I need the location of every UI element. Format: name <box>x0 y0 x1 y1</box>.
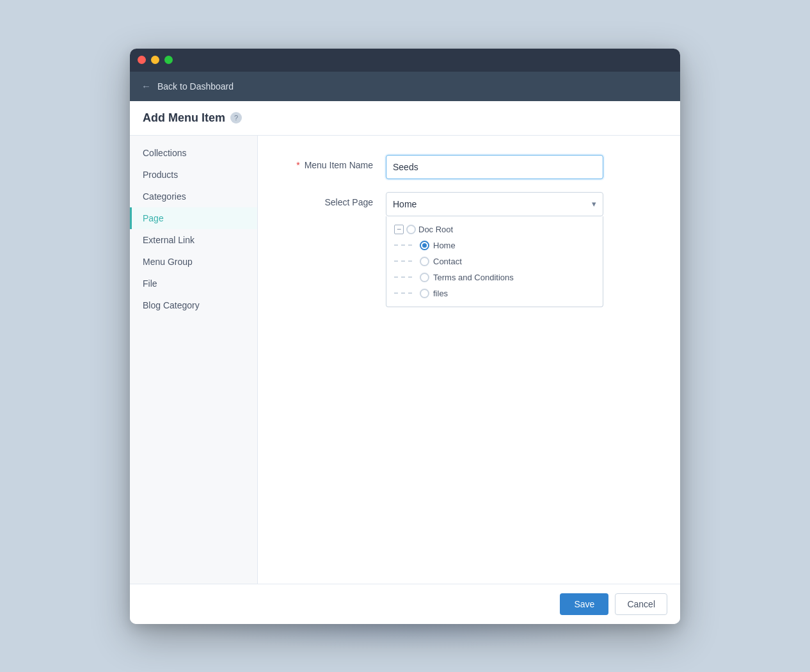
minimize-button[interactable] <box>151 56 159 64</box>
tree-root-item: Doc Root <box>386 221 603 237</box>
titlebar <box>130 49 680 72</box>
back-arrow-icon: ← <box>141 81 151 92</box>
tree-home-label: Home <box>433 241 456 250</box>
save-button[interactable]: Save <box>560 593 608 615</box>
content-area: Collections Products Categories Page Ext… <box>130 136 680 584</box>
sidebar-item-collections[interactable]: Collections <box>130 142 257 164</box>
footer: Save Cancel <box>130 584 680 624</box>
tree-root-radio[interactable] <box>406 225 416 234</box>
tree-files-radio[interactable] <box>420 289 429 298</box>
tree-home-radio[interactable] <box>420 241 429 250</box>
tree-terms-label: Terms and Conditions <box>433 273 514 282</box>
sidebar-item-page[interactable]: Page <box>130 207 257 229</box>
menu-item-name-input[interactable] <box>386 155 603 179</box>
page-header: Add Menu Item ? <box>130 101 680 136</box>
sidebar-item-products[interactable]: Products <box>130 164 257 186</box>
menu-item-name-label: * Menu Item Name <box>283 155 373 170</box>
select-page-dropdown: Doc Root Home <box>386 216 603 307</box>
select-page-value: Home <box>393 199 417 209</box>
cancel-button[interactable]: Cancel <box>615 593 667 615</box>
sidebar-item-menu-group[interactable]: Menu Group <box>130 251 257 273</box>
chevron-down-icon: ▾ <box>592 199 596 209</box>
tree-connector-home <box>394 244 412 246</box>
tree-item-home: Home <box>386 237 603 253</box>
tree-collapse-icon[interactable] <box>394 225 404 234</box>
sidebar-item-blog-category[interactable]: Blog Category <box>130 294 257 316</box>
select-page-trigger[interactable]: Home ▾ <box>386 192 603 216</box>
tree-contact-label: Contact <box>433 257 462 266</box>
tree-terms-radio[interactable] <box>420 273 429 282</box>
tree-connector-files <box>394 292 412 294</box>
close-button[interactable] <box>138 56 146 64</box>
right-panel: * Menu Item Name Select Page Home ▾ <box>258 136 680 584</box>
sidebar-item-external-link[interactable]: External Link <box>130 229 257 251</box>
tree-item-files: files <box>386 285 603 301</box>
navbar: ← Back to Dashboard <box>130 72 680 101</box>
maximize-button[interactable] <box>164 56 173 64</box>
required-star: * <box>296 160 299 170</box>
sidebar-item-categories[interactable]: Categories <box>130 186 257 207</box>
menu-item-name-row: * Menu Item Name <box>283 155 655 179</box>
page-title: Add Menu Item <box>143 111 225 125</box>
back-to-dashboard-link[interactable]: Back to Dashboard <box>157 81 234 92</box>
help-icon[interactable]: ? <box>230 112 242 124</box>
tree-root-label: Doc Root <box>418 225 453 234</box>
tree-item-terms: Terms and Conditions <box>386 269 603 285</box>
sidebar-item-file[interactable]: File <box>130 273 257 294</box>
select-page-label: Select Page <box>283 192 373 207</box>
tree-connector-terms <box>394 276 412 278</box>
select-page-row: Select Page Home ▾ <box>283 192 655 307</box>
select-page-wrapper: Home ▾ Doc Root <box>386 192 603 307</box>
sidebar: Collections Products Categories Page Ext… <box>130 136 258 584</box>
tree-files-label: files <box>433 289 448 298</box>
tree-contact-radio[interactable] <box>420 257 429 266</box>
tree-connector-contact <box>394 260 412 262</box>
tree-item-contact: Contact <box>386 253 603 269</box>
